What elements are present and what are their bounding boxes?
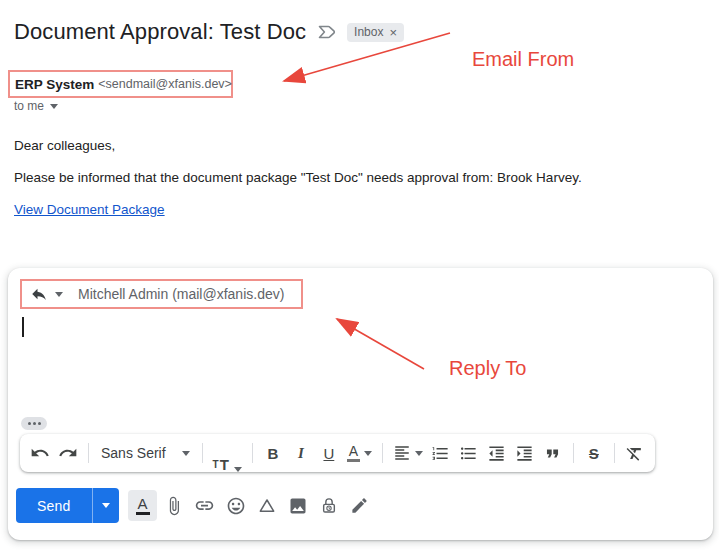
email-subject: Document Approval: Test Doc [14, 19, 306, 45]
recipient-text: to me [14, 99, 44, 113]
quote-button[interactable] [539, 434, 567, 472]
indent-less-button[interactable] [483, 434, 511, 472]
inbox-label-text: Inbox [354, 25, 383, 39]
gmail-message-view: Document Approval: Test Doc Inbox × ERP … [0, 0, 719, 550]
view-document-package-link[interactable]: View Document Package [14, 202, 165, 217]
chevron-down-icon [234, 467, 242, 472]
text-color-icon: A [347, 444, 360, 462]
sender-email: <sendmail@xfanis.dev> [98, 77, 232, 91]
undo-button[interactable] [26, 434, 54, 472]
reply-type-icon[interactable] [30, 285, 48, 303]
insert-photo-button[interactable] [282, 490, 313, 521]
remove-label-icon[interactable]: × [389, 25, 397, 40]
insert-from-drive-button[interactable] [251, 490, 282, 521]
italic-icon: I [298, 445, 304, 462]
font-family-selector[interactable]: Sans Serif [95, 434, 196, 472]
toolbar-divider [88, 443, 89, 463]
chevron-down-icon [415, 451, 423, 456]
send-options-button[interactable] [92, 488, 119, 523]
text-color-button[interactable]: A [343, 434, 376, 472]
body-message: Please be informed that the document pac… [14, 170, 582, 185]
sender-highlight-box: ERP System <sendmail@xfanis.dev> [8, 70, 233, 98]
insert-emoji-button[interactable] [220, 490, 251, 521]
drive-icon [257, 496, 277, 516]
indent-less-icon [487, 444, 506, 463]
emoji-icon [226, 496, 246, 516]
toolbar-divider [382, 443, 383, 463]
toolbar-divider [252, 443, 253, 463]
chevron-down-icon [182, 451, 190, 456]
align-left-icon [393, 444, 411, 462]
bold-icon: B [267, 445, 278, 462]
reply-type-dropdown-icon[interactable] [55, 292, 63, 297]
subject-row: Document Approval: Test Doc Inbox × [14, 19, 404, 45]
send-button[interactable]: Send [16, 488, 92, 523]
numbered-list-button[interactable] [427, 434, 455, 472]
insert-link-button[interactable] [189, 490, 220, 521]
bulleted-list-button[interactable] [455, 434, 483, 472]
body-greeting: Dear colleagues, [14, 138, 115, 153]
chevron-down-icon [102, 503, 110, 508]
font-family-value: Sans Serif [101, 445, 166, 461]
confidential-mode-button[interactable] [313, 490, 344, 521]
show-details-icon[interactable] [50, 104, 58, 109]
email-from-annotation-label: Email From [472, 48, 574, 71]
lock-clock-icon [319, 496, 339, 516]
compose-text-cursor[interactable] [22, 317, 24, 337]
bulleted-list-icon [459, 444, 478, 463]
toolbar-divider [202, 443, 203, 463]
formatting-options-toggle[interactable]: A [128, 490, 157, 521]
text-size-selector[interactable]: T T [209, 434, 246, 472]
italic-button[interactable]: I [287, 434, 315, 472]
link-icon [194, 495, 215, 516]
formatting-options-icon: A [136, 496, 150, 515]
align-button[interactable] [389, 434, 427, 472]
toolbar-divider [573, 443, 574, 463]
sender-name[interactable]: ERP System [15, 77, 94, 92]
underline-button[interactable]: U [315, 434, 343, 472]
redo-button[interactable] [54, 434, 82, 472]
insert-signature-button[interactable] [344, 490, 375, 521]
indent-more-button[interactable] [511, 434, 539, 472]
attach-file-button[interactable] [158, 490, 189, 521]
strikethrough-button[interactable]: S [580, 434, 608, 472]
reply-recipient-highlight-box: Mitchell Admin (mail@xfanis.dev) [20, 279, 303, 309]
show-trimmed-content-button[interactable] [21, 417, 47, 430]
compose-actions [158, 490, 375, 521]
indent-more-icon [515, 444, 534, 463]
remove-formatting-button[interactable] [621, 434, 649, 472]
size-small-glyph: T [213, 457, 219, 472]
remove-formatting-icon [625, 444, 644, 463]
formatting-toolbar: Sans Serif T T B I U A [20, 434, 655, 472]
importance-marker-icon[interactable] [316, 22, 338, 42]
send-button-label: Send [37, 498, 71, 514]
image-icon [288, 496, 308, 516]
reply-recipient-value[interactable]: Mitchell Admin (mail@xfanis.dev) [78, 286, 284, 302]
pen-icon [350, 496, 369, 515]
size-large-glyph: T [220, 457, 229, 472]
bold-button[interactable]: B [259, 434, 287, 472]
send-button-group: Send [16, 488, 119, 523]
inbox-label-chip[interactable]: Inbox × [347, 23, 404, 42]
toolbar-divider [614, 443, 615, 463]
numbered-list-icon [431, 444, 450, 463]
quote-icon [543, 444, 562, 463]
underline-icon: U [323, 445, 334, 462]
chevron-down-icon [364, 451, 372, 456]
paperclip-icon [164, 496, 184, 516]
strikethrough-icon: S [589, 445, 599, 462]
recipient-row[interactable]: to me [14, 99, 58, 113]
